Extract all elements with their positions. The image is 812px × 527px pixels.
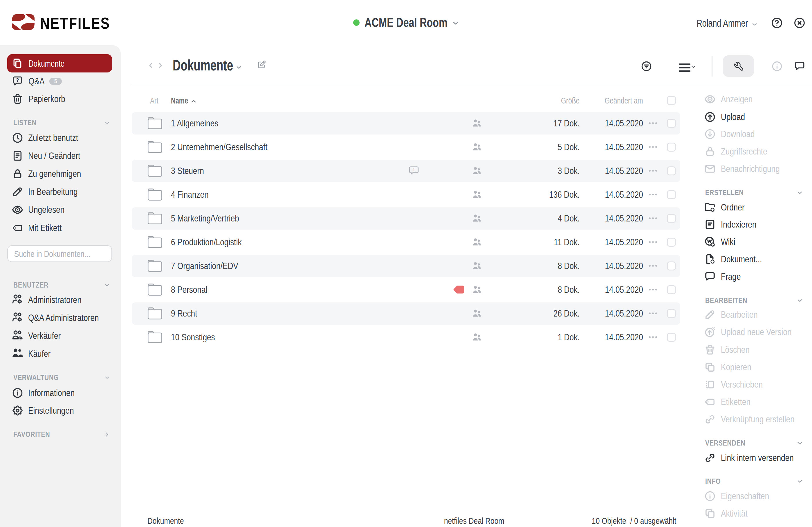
svg-text:?: ? <box>16 77 19 83</box>
svg-text:1: 1 <box>413 168 415 172</box>
